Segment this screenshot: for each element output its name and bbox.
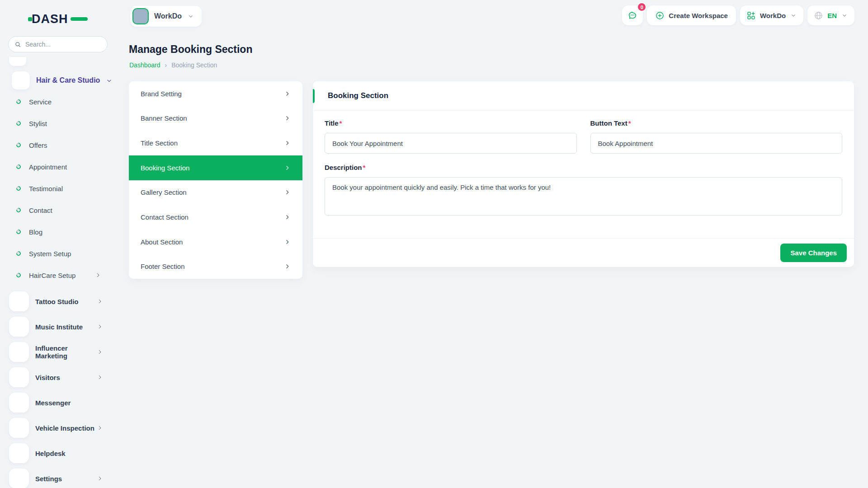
bullet-icon [15,185,22,192]
grid-plus-icon [746,11,756,20]
chevron-right-icon [95,272,101,278]
title-field-group: Title* [325,119,577,154]
globe-icon [814,11,823,20]
chevron-right-icon [284,263,291,270]
chevron-right-icon [97,298,103,305]
card-header: Booking Section [313,81,854,111]
chevron-right-icon [284,239,291,245]
sidebar-item-visitors[interactable]: Visitors [0,365,116,390]
menu-item-brand-setting[interactable]: Brand Setting [129,81,302,106]
chevron-down-icon [790,12,797,19]
sidebar-sub-menu: Service Stylist Offers Appointment Testi… [0,91,116,286]
scrolled-item-stub [9,57,26,66]
chevron-right-icon [97,349,103,355]
workspace-switcher-label: WorkDo [760,12,786,19]
feather-icon [9,291,29,311]
button-text-input[interactable] [590,133,843,154]
menu-item-title-section[interactable]: Title Section [129,131,302,155]
dash-logo[interactable]: DASH [28,11,88,29]
logo-text: DASH [32,12,68,26]
sidebar-item-service[interactable]: Service [0,91,116,113]
bullet-icon [15,99,22,105]
sidebar-item-influencer-marketing[interactable]: Influencer Marketing [0,339,116,365]
chat-dots-icon [627,10,637,20]
topbar-actions: 0 Create Workspace WorkDo EN [622,5,854,25]
sidebar-item-messenger[interactable]: Messenger [0,390,116,415]
plus-circle-icon [655,11,665,20]
sidebar-item-blog[interactable]: Blog [0,221,116,243]
breadcrumb-dashboard-link[interactable]: Dashboard [129,61,160,69]
chevron-right-icon [284,140,291,146]
messages-button[interactable]: 0 [622,5,643,25]
megaphone-icon [9,342,29,362]
workspace-selector[interactable]: WorkDo [130,6,202,27]
menu-item-booking-section[interactable]: Booking Section [129,155,302,180]
sidebar-item-helpdesk[interactable]: Helpdesk [0,441,116,466]
music-icon [9,317,29,337]
search-input[interactable] [25,41,102,48]
chevron-down-icon [105,77,113,84]
sidebar-item-vehicle-inspection[interactable]: Vehicle Inspection [0,415,116,441]
sidebar-item-testimonial[interactable]: Testimonial [0,178,116,199]
chevron-right-icon [284,189,291,196]
workspace-name: WorkDo [154,12,182,20]
card-body: Title* Button Text* Description* Book yo… [325,111,842,217]
menu-item-about-section[interactable]: About Section [129,230,302,254]
chevron-right-icon [284,164,291,171]
sidebar-item-system-setup[interactable]: System Setup [0,243,116,264]
sidebar-item-stylist[interactable]: Stylist [0,113,116,134]
scissors-icon [12,71,30,89]
menu-item-contact-section[interactable]: Contact Section [129,205,302,230]
bullet-icon [15,272,22,278]
sidebar-item-tattoo-studio[interactable]: Tattoo Studio [0,289,116,314]
workspace-switcher-dropdown[interactable]: WorkDo [740,5,803,25]
sidebar: DASH Hair & Care Studio Service Stylist … [0,0,116,488]
sidebar-item-hair-care-studio[interactable]: Hair & Care Studio [0,70,116,91]
page-title: Manage Booking Section [129,43,252,56]
app-root: DASH Hair & Care Studio Service Stylist … [0,0,868,488]
menu-item-gallery-section[interactable]: Gallery Section [129,180,302,205]
booking-section-card: Booking Section Title* Button Text* Desc… [313,81,854,267]
sidebar-item-settings[interactable]: Settings [0,466,116,488]
sidebar-item-haircare-setup[interactable]: HairCare Setup [0,264,116,286]
bullet-icon [15,229,22,235]
breadcrumb: Dashboard › Booking Section [129,61,217,69]
title-label: Title* [325,119,577,127]
language-label: EN [827,12,837,19]
create-workspace-button[interactable]: Create Workspace [647,5,736,25]
menu-item-footer-section[interactable]: Footer Section [129,254,302,279]
bullet-icon [15,120,22,127]
search-box [8,36,108,52]
description-field-group: Description* Book your appointment quick… [325,164,842,217]
breadcrumb-separator: › [165,61,167,69]
search-icon [14,41,22,48]
required-asterisk: * [363,164,366,171]
chevron-right-icon [97,475,103,482]
headphones-icon [9,443,29,463]
motorcycle-icon [9,418,29,438]
sidebar-item-music-institute[interactable]: Music Institute [0,314,116,339]
required-asterisk: * [628,119,631,127]
gear-icon [9,469,29,488]
messages-badge: 0 [637,2,646,12]
save-changes-button[interactable]: Save Changes [780,244,847,262]
language-dropdown[interactable]: EN [807,5,854,25]
required-asterisk: * [340,119,342,127]
section-menu-card: Brand Setting Banner Section Title Secti… [129,81,302,279]
title-input[interactable] [325,133,577,154]
chevron-right-icon [97,324,103,330]
bullet-icon [15,142,22,148]
button-text-label: Button Text* [590,119,843,127]
create-workspace-label: Create Workspace [669,12,728,19]
description-textarea[interactable]: Book your appointment quickly and easily… [325,177,842,216]
bullet-icon [15,250,22,257]
sidebar-item-offers[interactable]: Offers [0,134,116,156]
chevron-right-icon [284,115,291,122]
chevron-right-icon [284,214,291,221]
sidebar-item-appointment[interactable]: Appointment [0,156,116,178]
menu-item-banner-section[interactable]: Banner Section [129,106,302,131]
chevron-right-icon [284,90,291,97]
card-title: Booking Section [328,91,388,100]
button-text-field-group: Button Text* [590,119,843,154]
sidebar-item-contact[interactable]: Contact [0,199,116,221]
